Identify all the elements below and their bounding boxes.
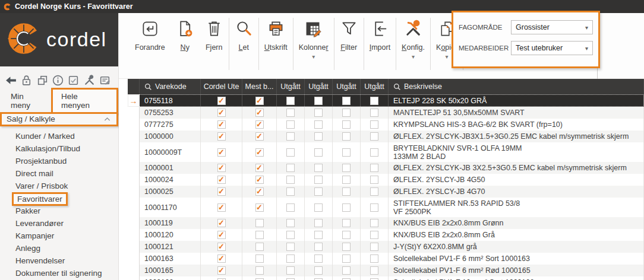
utgatt-4-checkbox[interactable]: [370, 231, 378, 239]
utgatt-4-checkbox[interactable]: [370, 164, 378, 172]
utgatt-1-checkbox[interactable]: [286, 187, 295, 196]
utgatt-3-checkbox[interactable]: [342, 132, 351, 141]
utgatt-1-checkbox[interactable]: [286, 219, 295, 227]
utgatt-4-checkbox[interactable]: [370, 120, 378, 129]
mest-brukt-checkbox[interactable]: ✓: [255, 132, 264, 141]
konfig-button[interactable]: Konfig.▾: [396, 13, 430, 60]
cordel-ute-checkbox[interactable]: ✓: [217, 231, 226, 239]
chevron-down-icon[interactable]: ▾: [312, 54, 315, 60]
column-header-varekode[interactable]: Varekode: [140, 79, 201, 94]
cordel-ute-checkbox[interactable]: ✓: [217, 120, 226, 129]
mest-brukt-checkbox[interactable]: ✓: [255, 109, 264, 117]
checkbox-icon[interactable]: [67, 74, 80, 87]
utgatt-3-checkbox[interactable]: [342, 148, 351, 157]
utgatt-1-checkbox[interactable]: [286, 243, 295, 251]
utgatt-2-checkbox[interactable]: [314, 266, 323, 275]
table-row[interactable]: 0755253✓✓MANTELTEJP 51 30,5Mx50MM SVART: [128, 107, 644, 119]
mest-brukt-checkbox[interactable]: ✓: [255, 148, 264, 157]
utgatt-3-checkbox[interactable]: [342, 164, 351, 172]
copy-icon[interactable]: [36, 74, 49, 87]
table-row[interactable]: 1000121✓J-Y(St)Y 6X2X0.8MM grå: [128, 241, 644, 253]
cordel-ute-checkbox[interactable]: ✓: [217, 176, 226, 184]
sidebar-item-leverand-rer[interactable]: Leverandører: [0, 217, 118, 230]
utgatt-1-checkbox[interactable]: [286, 231, 295, 239]
utgatt-4-checkbox[interactable]: [370, 219, 378, 227]
sidebar-item-direct-mail[interactable]: Direct mail: [0, 167, 118, 180]
lock-icon[interactable]: [20, 74, 33, 87]
utgatt-4-checkbox[interactable]: [370, 148, 378, 157]
table-row[interactable]: →0755118✓✓ELTEJP 228 SK 50x20 GRÅ: [128, 94, 644, 107]
utgatt-4-checkbox[interactable]: [370, 187, 378, 196]
column-header-col5[interactable]: Utgått: [333, 79, 361, 94]
utgatt-4-checkbox[interactable]: [370, 132, 378, 141]
utgatt-1-checkbox[interactable]: [286, 203, 295, 212]
fjern-button[interactable]: Fjern: [200, 13, 229, 52]
column-header-col4[interactable]: Utgått: [305, 79, 333, 94]
info-icon[interactable]: [52, 74, 64, 87]
table-row[interactable]: 10001170✓✓STIFTEKLAMMER NR.53 RAPID 53/8…: [128, 198, 644, 217]
utskrift-button[interactable]: Utskrift: [259, 13, 293, 52]
utgatt-3-checkbox[interactable]: [342, 176, 351, 184]
table-row[interactable]: 1000025✓✓ØLFLEX. 2YSLCY-JB 4G70: [128, 186, 644, 198]
utgatt-3-checkbox[interactable]: [342, 219, 351, 227]
sidebar-item-kampanjer[interactable]: Kampanjer: [0, 230, 118, 242]
cordel-ute-checkbox[interactable]: ✓: [217, 203, 226, 212]
sidebar-item-prosjektanbud[interactable]: Prosjektanbud: [0, 155, 118, 167]
cordel-ute-checkbox[interactable]: ✓: [217, 109, 226, 117]
utgatt-2-checkbox[interactable]: [314, 231, 323, 239]
utgatt-1-checkbox[interactable]: [286, 120, 295, 129]
sidebar-item-varer-prisbok[interactable]: Varer / Prisbok: [0, 180, 118, 192]
utgatt-2-checkbox[interactable]: [314, 148, 323, 157]
column-header-col1[interactable]: Cordel Ute: [201, 79, 242, 94]
utgatt-3-checkbox[interactable]: [342, 97, 351, 105]
utgatt-2-checkbox[interactable]: [314, 109, 323, 117]
utgatt-2-checkbox[interactable]: [314, 219, 323, 227]
cordel-ute-checkbox[interactable]: ✓: [217, 243, 226, 251]
mest-brukt-checkbox[interactable]: ✓: [255, 97, 264, 105]
utgatt-1-checkbox[interactable]: [286, 97, 295, 105]
table-row[interactable]: 1000120✓KNX/BUS EIB 2x2x0.8mm Grå: [128, 229, 644, 241]
sidebar-item-pakker[interactable]: Pakker: [0, 205, 118, 217]
mest-brukt-checkbox[interactable]: [255, 254, 264, 263]
table-row[interactable]: 10000009T✓✓BRYTEBLADKNIV SVR-1 OLFA 19MM…: [128, 142, 644, 162]
search-icon[interactable]: [144, 83, 152, 91]
utgatt-3-checkbox[interactable]: [342, 243, 351, 251]
sidebar-item-dokumenter-til-signering[interactable]: Dokumenter til signering: [0, 267, 118, 279]
chevron-down-icon[interactable]: ▾: [412, 54, 415, 60]
column-header-col6[interactable]: Utgått: [361, 79, 389, 94]
utgatt-1-checkbox[interactable]: [286, 109, 295, 117]
column-header-col2[interactable]: Mest b...: [242, 79, 277, 94]
utgatt-2-checkbox[interactable]: [314, 243, 323, 251]
cordel-ute-checkbox[interactable]: ✓: [217, 97, 226, 105]
cordel-ute-checkbox[interactable]: ✓: [217, 254, 226, 263]
fagomrade-select[interactable]: Grossister ▾: [511, 20, 593, 34]
utgatt-2-checkbox[interactable]: [314, 120, 323, 129]
mest-brukt-checkbox[interactable]: [255, 243, 264, 251]
utgatt-4-checkbox[interactable]: [370, 203, 378, 212]
utgatt-1-checkbox[interactable]: [286, 164, 295, 172]
utgatt-1-checkbox[interactable]: [286, 176, 295, 184]
utgatt-4-checkbox[interactable]: [370, 266, 378, 275]
sidebar-item-favorittvarer[interactable]: Favorittvarer: [0, 192, 118, 205]
forandre-button[interactable]: Forandre: [130, 13, 171, 52]
utgatt-3-checkbox[interactable]: [342, 254, 351, 263]
mest-brukt-checkbox[interactable]: ✓: [255, 203, 264, 212]
section-header-salg-kalkyle[interactable]: Salg / Kalkyle: [0, 112, 118, 126]
cordel-ute-checkbox[interactable]: ✓: [217, 132, 226, 141]
table-row[interactable]: 1000001✓✓ØLFLEX. 2YSLCYK-JB 3X2.5+3G0.5 …: [128, 162, 644, 174]
mest-brukt-checkbox[interactable]: ✓: [255, 176, 264, 184]
chevron-down-icon[interactable]: ▾: [446, 54, 449, 60]
ny-button[interactable]: Ny: [171, 13, 200, 52]
utgatt-3-checkbox[interactable]: [342, 109, 351, 117]
cordel-ute-checkbox[interactable]: ✓: [217, 266, 226, 275]
let-button[interactable]: Let: [229, 13, 258, 52]
utgatt-2-checkbox[interactable]: [314, 254, 323, 263]
column-header-col3[interactable]: Utgått: [277, 79, 305, 94]
sidebar-item-henvendelser[interactable]: Henvendelser: [0, 254, 118, 267]
back-arrow-icon[interactable]: [5, 74, 17, 87]
search-icon[interactable]: [393, 83, 401, 91]
utgatt-3-checkbox[interactable]: [342, 120, 351, 129]
cordel-ute-checkbox[interactable]: ✓: [217, 164, 226, 172]
column-header-beskrivelse[interactable]: Beskrivelse: [389, 79, 644, 94]
table-row[interactable]: 1000000✓✓ØLFLEX. 2YSLCYK-JB3X1.5+3G0.25 …: [128, 131, 644, 142]
